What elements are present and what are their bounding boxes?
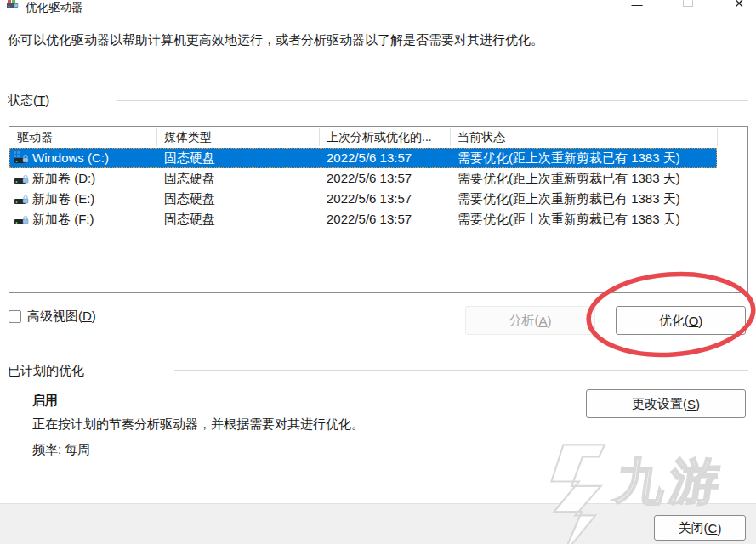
header-separator bbox=[450, 128, 451, 146]
last-run: 2022/5/6 13:57 bbox=[319, 209, 450, 230]
drive-lock-icon bbox=[14, 172, 30, 186]
dialog-description: 你可以优化驱动器以帮助计算机更高效地运行，或者分析驱动器以了解是否需要对其进行优… bbox=[8, 32, 753, 48]
scheduled-optimization-label: 已计划的优化 bbox=[8, 363, 84, 379]
advanced-view-text: 高级视图( bbox=[27, 309, 82, 323]
drive-lock-icon bbox=[14, 212, 30, 227]
status-access-key: T bbox=[37, 93, 45, 107]
column-header-media-type[interactable]: 媒体类型 bbox=[156, 127, 319, 148]
optimize-drives-app-icon bbox=[6, 0, 20, 11]
analyze-access-key: A bbox=[538, 314, 547, 328]
advanced-view-access-key: D bbox=[82, 309, 92, 323]
drive-lock-icon bbox=[14, 192, 30, 207]
media-type: 固态硬盘 bbox=[156, 148, 319, 168]
current-status: 需要优化(距上次重新剪裁已有 1383 天) bbox=[450, 209, 717, 230]
dialog-footer bbox=[0, 503, 756, 544]
header-separator bbox=[156, 128, 157, 146]
drive-name: Windows (C:) bbox=[32, 148, 109, 168]
change-settings-access-key: S bbox=[687, 397, 696, 411]
advanced-view-option[interactable]: 高级视图(D) bbox=[9, 309, 96, 325]
close-button-suffix: ) bbox=[717, 521, 721, 536]
column-header-last-run[interactable]: 上次分析或优化的... bbox=[319, 127, 450, 148]
change-settings-suffix: ) bbox=[696, 397, 700, 411]
status-divider bbox=[117, 100, 748, 101]
status-group-label: 状态(T) bbox=[8, 93, 49, 109]
advanced-view-suffix: ) bbox=[92, 309, 96, 323]
optimize-access-key: O bbox=[689, 314, 699, 328]
table-row-drive-d[interactable]: 新加卷 (D:) 固态硬盘 2022/5/6 13:57 需要优化(距上次重新剪… bbox=[9, 168, 717, 189]
analyze-button: 分析(A) bbox=[465, 306, 595, 335]
close-access-key: C bbox=[708, 521, 718, 536]
analyze-button-suffix: ) bbox=[548, 314, 552, 328]
current-status: 需要优化(距上次重新剪裁已有 1383 天) bbox=[450, 148, 717, 168]
column-header-drive[interactable]: 驱动器 bbox=[9, 127, 156, 148]
media-type: 固态硬盘 bbox=[156, 209, 319, 230]
change-settings-button[interactable]: 更改设置(S) bbox=[586, 389, 746, 418]
optimize-button-suffix: ) bbox=[698, 314, 702, 328]
drive-name: 新加卷 (E:) bbox=[32, 189, 94, 209]
schedule-description: 正在按计划的节奏分析驱动器，并根据需要对其进行优化。 bbox=[32, 416, 364, 433]
window-title: 优化驱动器 bbox=[26, 0, 83, 15]
table-row-drive-c[interactable]: Windows (C:) 固态硬盘 2022/5/6 13:57 需要优化(距上… bbox=[9, 148, 717, 168]
media-type: 固态硬盘 bbox=[156, 189, 319, 209]
optimize-button[interactable]: 优化(O) bbox=[616, 306, 746, 335]
close-button[interactable]: 关闭(C) bbox=[654, 515, 746, 541]
optimize-button-text: 优化( bbox=[659, 313, 689, 329]
close-button-text: 关闭( bbox=[679, 520, 708, 536]
column-header-current-status[interactable]: 当前状态 bbox=[450, 127, 717, 148]
advanced-view-label: 高级视图(D) bbox=[27, 309, 96, 325]
title-bar: 优化驱动器 — ✕ bbox=[0, 0, 756, 15]
schedule-state: 启用 bbox=[32, 393, 58, 409]
drive-name: 新加卷 (D:) bbox=[32, 168, 95, 189]
drives-table: 驱动器 媒体类型 上次分析或优化的... 当前状态 Windows (C:) 固… bbox=[9, 126, 748, 293]
change-settings-text: 更改设置( bbox=[632, 396, 687, 412]
current-status: 需要优化(距上次重新剪裁已有 1383 天) bbox=[450, 189, 717, 209]
advanced-view-checkbox[interactable] bbox=[9, 310, 21, 323]
maximize-button bbox=[683, 0, 693, 7]
status-label-suffix: ) bbox=[45, 93, 49, 107]
media-type: 固态硬盘 bbox=[156, 168, 319, 189]
table-row-drive-e[interactable]: 新加卷 (E:) 固态硬盘 2022/5/6 13:57 需要优化(距上次重新剪… bbox=[9, 189, 717, 209]
current-status: 需要优化(距上次重新剪裁已有 1383 天) bbox=[450, 168, 717, 189]
last-run: 2022/5/6 13:57 bbox=[319, 148, 450, 168]
header-separator bbox=[717, 128, 718, 146]
windows-drive-lock-icon bbox=[14, 151, 30, 166]
table-row-drive-f[interactable]: 新加卷 (F:) 固态硬盘 2022/5/6 13:57 需要优化(距上次重新剪… bbox=[9, 209, 717, 230]
close-window-button[interactable]: ✕ bbox=[730, 0, 748, 10]
schedule-frequency: 频率: 每周 bbox=[32, 442, 90, 458]
header-separator bbox=[319, 128, 320, 146]
status-label-text: 状态( bbox=[8, 93, 37, 107]
last-run: 2022/5/6 13:57 bbox=[319, 168, 450, 189]
analyze-button-text: 分析( bbox=[509, 313, 538, 329]
minimize-button[interactable]: — bbox=[628, 0, 646, 11]
last-run: 2022/5/6 13:57 bbox=[319, 189, 450, 209]
drives-table-header: 驱动器 媒体类型 上次分析或优化的... 当前状态 bbox=[9, 127, 747, 148]
drive-name: 新加卷 (F:) bbox=[32, 209, 94, 230]
scheduled-optimization-divider bbox=[174, 370, 748, 371]
